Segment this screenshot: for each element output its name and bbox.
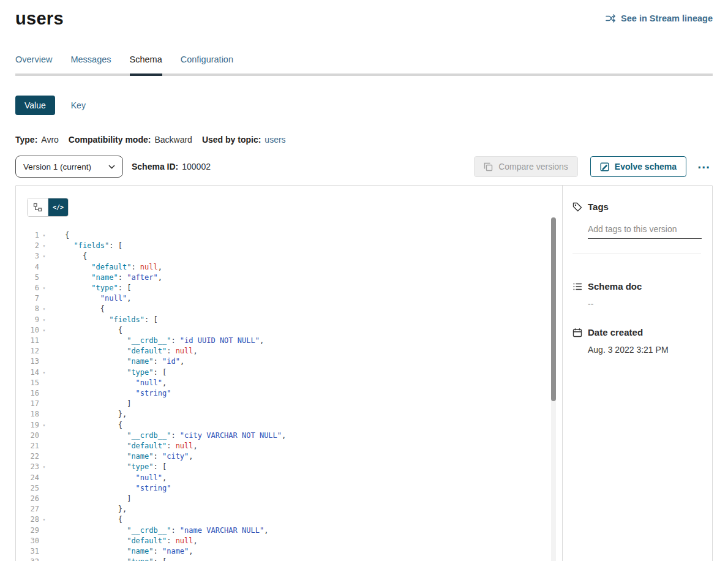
code-line: 18 }, — [16, 409, 562, 420]
fold-toggle-icon[interactable]: ▾ — [39, 241, 49, 251]
chevron-down-icon — [108, 165, 115, 169]
evolve-schema-button[interactable]: Evolve schema — [590, 156, 686, 177]
editor-scrollbar[interactable] — [551, 217, 556, 561]
fold-toggle-icon[interactable]: ▾ — [39, 462, 49, 472]
fold-spacer — [39, 273, 49, 283]
fold-toggle-icon[interactable]: ▾ — [39, 230, 49, 241]
code-text: "string" — [49, 388, 171, 399]
more-options-button[interactable]: ⋯ — [696, 158, 713, 176]
fold-toggle-icon[interactable]: ▾ — [39, 325, 49, 336]
schema-page: users See in Stream lineage Overview Mes… — [0, 0, 728, 561]
line-number: 4 — [16, 262, 39, 273]
schema-panel: </> 1▾{2▾ "fields": [3▾ {4 "default": nu… — [15, 185, 713, 561]
fold-spacer — [39, 409, 49, 420]
tree-view-button[interactable] — [28, 198, 48, 216]
code-line: 22 "name": "city", — [16, 451, 562, 462]
code-text: "type": [ — [49, 557, 167, 561]
code-text: "type": [ — [49, 462, 167, 472]
scrollbar-thumb[interactable] — [551, 217, 556, 401]
compare-icon — [484, 162, 493, 171]
code-line: 21 "default": null, — [16, 441, 562, 451]
fold-spacer — [39, 441, 49, 451]
tab-messages[interactable]: Messages — [70, 55, 111, 73]
code-text: "name": "city", — [49, 451, 193, 462]
line-number: 32 — [16, 557, 39, 561]
fold-spacer — [39, 504, 49, 514]
key-toggle-button[interactable]: Key — [71, 100, 86, 110]
fold-spacer — [39, 473, 49, 483]
fold-toggle-icon[interactable]: ▾ — [39, 304, 49, 314]
code-text: { — [49, 325, 122, 336]
fold-spacer — [39, 546, 49, 557]
code-line: 24 "null", — [16, 473, 562, 483]
fold-toggle-icon[interactable]: ▾ — [39, 514, 49, 525]
line-number: 24 — [16, 473, 39, 483]
page-title: users — [15, 9, 64, 29]
schema-id-group: Schema ID: 100002 — [132, 162, 211, 171]
tree-view-icon — [33, 203, 42, 212]
used-by-topic-label: Used by topic: — [202, 135, 261, 145]
fold-toggle-icon[interactable]: ▾ — [39, 283, 49, 293]
add-tag-input[interactable] — [588, 224, 702, 239]
schema-id-label: Schema ID: — [132, 162, 178, 171]
tab-configuration[interactable]: Configuration — [181, 55, 233, 73]
version-bar: Version 1 (current) Schema ID: 100002 Co… — [15, 156, 713, 178]
schema-doc-value: -- — [588, 299, 701, 309]
version-select[interactable]: Version 1 (current) — [15, 156, 123, 178]
line-number: 19 — [16, 420, 39, 431]
code-text: "type": [ — [49, 367, 167, 378]
code-line: 15 "null", — [16, 378, 562, 388]
tab-overview[interactable]: Overview — [15, 55, 52, 73]
line-number: 14 — [16, 367, 39, 378]
code-view-icon: </> — [53, 204, 64, 211]
fold-spacer — [39, 262, 49, 273]
line-number: 7 — [16, 293, 39, 304]
code-text: "null", — [49, 293, 131, 304]
tab-bar: Overview Messages Schema Configuration — [15, 55, 713, 73]
line-number: 20 — [16, 431, 39, 441]
code-line: 29 "__crdb__": "name VARCHAR NULL", — [16, 525, 562, 536]
type-group: Type: Avro — [15, 135, 59, 145]
evolve-schema-label: Evolve schema — [615, 162, 677, 171]
tab-schema[interactable]: Schema — [130, 55, 162, 73]
tags-title: Tags — [588, 201, 609, 212]
schema-doc-title: Schema doc — [588, 281, 642, 292]
code-text: "name": "name", — [49, 546, 193, 557]
list-icon — [572, 282, 582, 292]
code-line: 10▾ { — [16, 325, 562, 336]
code-line: 31 "name": "name", — [16, 546, 562, 557]
line-number: 30 — [16, 536, 39, 546]
fold-toggle-icon[interactable]: ▾ — [39, 251, 49, 262]
code-text: "type": [ — [49, 283, 131, 293]
value-toggle-button[interactable]: Value — [15, 96, 55, 115]
compatibility-group: Compatibility mode: Backward — [69, 135, 192, 145]
fold-spacer — [39, 378, 49, 388]
fold-toggle-icon[interactable]: ▾ — [39, 557, 49, 561]
line-number: 29 — [16, 525, 39, 536]
code-line: 23▾ "type": [ — [16, 462, 562, 472]
code-line: 7 "null", — [16, 293, 562, 304]
line-number: 23 — [16, 462, 39, 472]
line-number: 21 — [16, 441, 39, 451]
line-number: 13 — [16, 356, 39, 367]
compare-versions-button[interactable]: Compare versions — [474, 156, 578, 177]
code-view-button[interactable]: </> — [48, 198, 68, 216]
code-text: ] — [49, 399, 131, 409]
line-number: 3 — [16, 251, 39, 262]
stream-lineage-link[interactable]: See in Stream lineage — [606, 13, 713, 23]
schema-code-editor[interactable]: 1▾{2▾ "fields": [3▾ {4 "default": null,5… — [16, 230, 562, 561]
line-number: 11 — [16, 336, 39, 346]
code-line: 14▾ "type": [ — [16, 367, 562, 378]
fold-toggle-icon[interactable]: ▾ — [39, 420, 49, 431]
sidebar-divider — [572, 254, 701, 254]
fold-spacer — [39, 293, 49, 304]
fold-toggle-icon[interactable]: ▾ — [39, 315, 49, 325]
fold-toggle-icon[interactable]: ▾ — [39, 367, 49, 378]
topic-link[interactable]: users — [265, 135, 285, 145]
line-number: 10 — [16, 325, 39, 336]
used-by-topic-group: Used by topic: users — [202, 135, 286, 145]
type-label: Type: — [15, 135, 37, 145]
code-line: 16 "string" — [16, 388, 562, 399]
fold-spacer — [39, 525, 49, 536]
code-text: ] — [49, 494, 131, 504]
